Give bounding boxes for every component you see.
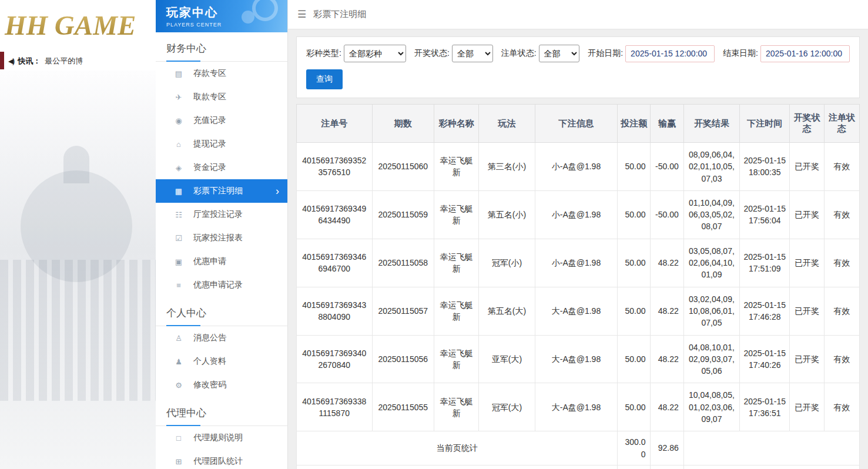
page-title: 彩票下注明细 [313,9,366,20]
funds-records-icon: ◈ [173,163,184,172]
cell-order-status: 有效 [824,383,859,431]
promo-apply-icon: ▣ [173,257,184,266]
cell-order-id: 401569173693438804090 [297,287,373,335]
cell-bet-amount: 50.00 [618,143,651,191]
sidebar-item[interactable]: ▣优惠申请 [156,250,287,273]
summary-bet-total: 300.00 [618,465,651,469]
sidebar-item-label: 取款专区 [193,92,226,102]
hall-bets-icon: ☷ [173,210,184,219]
cell-bet-info: 大-A盘@1.98 [535,287,618,335]
cell-draw-result: 08,09,06,04,02,01,10,05,07,03 [683,143,739,191]
cell-play-type: 冠军(大) [479,383,535,431]
table-row: 40156917369352357651020250115060幸运飞艇新第三名… [297,143,860,191]
cell-draw-result: 01,10,04,09,06,03,05,02,08,07 [683,190,739,239]
sidebar-section-title: 个人中心 [156,297,287,326]
end-date-label: 结束日期: [723,48,758,59]
cell-draw-status: 已开奖 [790,335,824,383]
sidebar-item[interactable]: ⚙修改密码 [156,373,287,397]
cell-lottery-name: 幸运飞艇新 [434,143,478,191]
bets-table: 注单号期数彩种名称玩法下注信息投注额输赢开奖结果下注时间开奖状态注单状态 401… [296,104,860,469]
announcement-icon: ♙ [173,334,184,343]
cell-bet-amount: 50.00 [618,383,651,431]
order-status-select[interactable]: 全部 [539,45,580,62]
start-date-label: 开始日期: [588,48,623,59]
sidebar-item[interactable]: □代理规则说明 [156,426,287,450]
sidebar-item[interactable]: ⊞代理团队统计 [156,450,287,469]
summary-empty [683,431,859,465]
search-button[interactable]: 查询 [306,69,343,89]
cell-order-status: 有效 [824,287,859,335]
sidebar-item[interactable]: ☑玩家投注报表 [156,226,287,250]
column-header-lottery-name: 彩种名称 [434,105,478,143]
cell-bet-amount: 50.00 [618,335,651,383]
cell-lottery-name: 幸运飞艇新 [434,383,478,431]
table-row: 40156917369349643449020250115059幸运飞艇新第五名… [297,190,860,239]
lottery-type-select[interactable]: 全部彩种 [344,45,406,62]
column-header-bet-time: 下注时间 [740,105,790,143]
cell-play-type: 亚军(大) [479,335,535,383]
sidebar-item-label: 存款专区 [193,68,226,79]
sidebar-item[interactable]: ⌂提现记录 [156,132,287,156]
cell-order-status: 有效 [824,239,859,287]
cell-bet-amount: 50.00 [618,287,651,335]
sidebar-item[interactable]: ✈取款专区 [156,85,287,109]
sidebar-item[interactable]: ♟个人资料 [156,350,287,373]
menu-toggle-icon[interactable]: ☰ [297,8,306,21]
column-header-period: 期数 [372,105,434,143]
sidebar-item[interactable]: ▤存款专区 [156,62,287,85]
agent-rules-icon: □ [173,434,184,443]
sidebar-item-label: 个人资料 [193,356,226,367]
promo-records-icon: ≡ [173,281,184,290]
cell-bet-info: 大-A盘@1.98 [535,335,618,383]
profile-icon: ♟ [173,357,184,366]
sidebar-item-label: 充值记录 [193,115,226,126]
cell-bet-time: 2025-01-15 18:00:35 [740,143,790,191]
end-date-input[interactable] [760,45,850,62]
sidebar-item[interactable]: ≡优惠申请记录 [156,273,287,297]
cell-draw-result: 03,02,04,09,10,08,06,01,07,05 [683,287,739,335]
cell-bet-info: 小-A盘@1.98 [535,143,618,191]
cell-order-status: 有效 [824,335,859,383]
cell-lottery-name: 幸运飞艇新 [434,190,478,239]
sidebar-item[interactable]: ☷厅室投注记录 [156,203,287,226]
bet-report-icon: ☑ [173,234,184,243]
change-password-icon: ⚙ [173,381,184,390]
cell-draw-status: 已开奖 [790,239,824,287]
sidebar-item-label: 修改密码 [193,380,226,390]
cell-lottery-name: 幸运飞艇新 [434,335,478,383]
start-date-input[interactable] [625,45,715,62]
cell-draw-status: 已开奖 [790,287,824,335]
cell-order-id: 401569173693466946700 [297,239,373,287]
table-header-row: 注单号期数彩种名称玩法下注信息投注额输赢开奖结果下注时间开奖状态注单状态 [297,105,860,143]
cell-order-status: 有效 [824,190,859,239]
sidebar-item-label: 资金记录 [193,162,226,173]
cell-win-loss: 48.22 [651,239,683,287]
column-header-order-status: 注单状态 [824,105,859,143]
cell-win-loss: 48.22 [651,383,683,431]
cell-bet-time: 2025-01-15 17:56:04 [740,190,790,239]
sidebar-item-label: 彩票下注明细 [193,186,243,196]
sidebar-item[interactable]: ◉充值记录 [156,109,287,132]
sidebar-section-title: 财务中心 [156,32,287,62]
draw-status-select[interactable]: 全部 [452,45,493,62]
cell-bet-time: 2025-01-15 17:36:51 [740,383,790,431]
sidebar-item[interactable]: ♙消息公告 [156,326,287,350]
summary-empty [683,465,859,469]
cell-draw-status: 已开奖 [790,190,824,239]
sidebar-item-label: 玩家投注报表 [193,233,243,243]
sidebar-item-label: 提现记录 [193,139,226,149]
table-row: 40156917369338111587020250115055幸运飞艇新冠军(… [297,383,860,431]
ticker-text: 最公平的博 [45,56,83,66]
withdraw-send-icon: ✈ [173,93,184,102]
cell-draw-status: 已开奖 [790,143,824,191]
sidebar-item[interactable]: ◈资金记录 [156,156,287,179]
column-header-order-id: 注单号 [297,105,373,143]
site-logo: HH GAME [0,0,156,45]
cell-win-loss: 48.22 [651,287,683,335]
cell-bet-info: 大-A盘@1.98 [535,383,618,431]
cell-bet-amount: 50.00 [618,239,651,287]
sidebar-item[interactable]: ▦彩票下注明细› [156,179,287,203]
summary-label: 当前页统计 [297,431,618,465]
cell-order-status: 有效 [824,143,859,191]
agent-team-stats-icon: ⊞ [173,457,184,466]
